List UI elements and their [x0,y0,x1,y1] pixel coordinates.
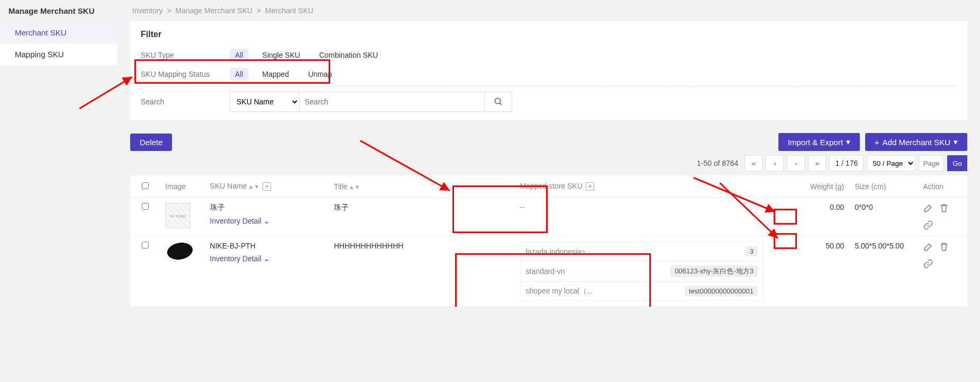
svg-point-0 [495,98,501,104]
mapped-cell: -- [515,198,769,236]
breadcrumb-item[interactable]: Inventory [130,6,165,15]
title-cell: 珠子 [329,198,515,236]
svg-line-1 [500,103,502,105]
search-field-select[interactable]: SKU Name [230,92,300,112]
weight-cell: 50.00 [769,236,849,307]
title-cell: HHHHHHHHHHHHH [329,236,515,307]
breadcrumb-item[interactable]: Manage Merchant SKU [174,6,255,15]
select-all-checkbox[interactable] [142,182,149,189]
sidebar: Manage Merchant SKU Merchant SKU Mapping… [0,0,117,65]
mapped-list: lazada indonesia~ 3 standard-vn 006123-x… [520,242,764,301]
filter-panel: Filter SKU Type All Single SKU Combinati… [130,21,967,120]
mapped-badge: 006123-xhy-灰白色-地方3 [670,265,758,277]
chevron-down-icon: ⌄ [264,217,270,225]
mapped-row: shopee my local（... test00000000000001 [521,282,763,300]
page-indicator: 1 / 176 [829,155,864,171]
filter-label: SKU Mapping Status [141,70,230,78]
sku-name: 珠子 [210,203,323,212]
per-page-select[interactable]: 50 / Page [867,155,915,171]
pagination: 1-50 of 8764 « ‹ › » 1 / 176 50 / Page G… [130,155,967,171]
col-sku-name[interactable]: SKU Name▲▼+ [205,175,329,198]
chip-mapping-mapped[interactable]: Mapped [257,68,295,81]
delete-icon[interactable] [939,242,949,252]
table-row: NIKE-BJ-PTH Inventory Detail ⌄ HHHHHHHHH… [130,236,967,307]
add-column-icon[interactable]: + [586,182,594,191]
weight-cell: 0.00 [769,198,849,236]
filter-label: SKU Type [141,51,230,59]
size-cell: 0*0*0 [849,198,918,236]
sidebar-item-merchant-sku[interactable]: Merchant SKU [0,22,117,43]
search-icon [494,97,503,106]
row-checkbox[interactable] [142,203,149,210]
plus-icon: + [875,138,879,147]
first-page-button[interactable]: « [745,155,763,171]
col-size: Size (cm) [849,175,918,198]
delete-button[interactable]: Delete [130,134,172,151]
product-image [164,239,196,263]
sidebar-title: Manage Merchant SKU [0,0,117,22]
mapped-row: lazada indonesia~ 3 [521,242,763,261]
search-input[interactable] [300,92,485,112]
page-input[interactable] [919,155,944,171]
mapped-row: standard-vn 006123-xhy-灰白色-地方3 [521,261,763,282]
row-checkbox[interactable] [142,242,149,248]
go-button[interactable]: Go [947,155,967,171]
store-name: shopee my local（... [526,287,593,296]
import-export-button[interactable]: Import & Export ▾ [778,133,860,151]
toolbar: Delete Import & Export ▾ + Add Merchant … [130,133,967,151]
search-button[interactable] [485,92,512,112]
sku-table: Image SKU Name▲▼+ Title▲▼ Mapped store S… [130,175,967,307]
col-weight: Weight (g) [769,175,849,198]
caret-down-icon: ▾ [846,137,850,147]
delete-icon[interactable] [939,203,949,214]
link-icon[interactable] [923,220,933,230]
sort-icon: ▲▼ [349,184,360,190]
inventory-detail-link[interactable]: Inventory Detail ⌄ [210,254,270,263]
chip-skutype-combo[interactable]: Combination SKU [314,49,383,61]
breadcrumb: Inventory > Manage Merchant SKU > Mercha… [130,0,980,21]
next-page-button[interactable]: › [787,155,805,171]
filter-title: Filter [141,30,957,39]
chip-mapping-unmap[interactable]: Unmap [303,68,337,81]
sku-name: NIKE-BJ-PTH [210,242,323,250]
add-merchant-sku-button[interactable]: + Add Merchant SKU ▾ [865,133,967,151]
last-page-button[interactable]: » [808,155,826,171]
chip-mapping-all[interactable]: All [230,68,249,81]
col-title[interactable]: Title▲▼ [329,175,515,198]
col-action: Action [918,175,967,198]
table-row: No Image 珠子 Inventory Detail ⌄ 珠子 -- 0.0… [130,198,967,236]
store-name: standard-vn [526,267,565,276]
filter-row-skutype: SKU Type All Single SKU Combination SKU [141,46,957,65]
edit-icon[interactable] [923,242,933,252]
breadcrumb-item: Merchant SKU [263,6,315,15]
chevron-down-icon: ⌄ [264,254,270,263]
caret-down-icon: ▾ [954,137,958,147]
col-image: Image [160,175,204,198]
sort-icon: ▲▼ [248,183,260,190]
edit-icon[interactable] [923,203,933,214]
filter-row-mapping: SKU Mapping Status All Mapped Unmap [141,65,957,86]
chip-skutype-single[interactable]: Single SKU [257,49,306,61]
mapped-badge: test00000000000001 [685,286,758,296]
link-icon[interactable] [923,259,933,269]
filter-label: Search [141,97,230,106]
size-cell: 5.00*5.00*5.00 [849,236,918,307]
add-column-icon[interactable]: + [262,182,271,191]
sidebar-item-mapping-sku[interactable]: Mapping SKU [0,43,117,65]
pagination-summary: 1-50 of 8764 [697,159,739,167]
prev-page-button[interactable]: ‹ [766,155,784,171]
chip-skutype-all[interactable]: All [230,49,249,61]
inventory-detail-link[interactable]: Inventory Detail ⌄ [210,217,270,225]
mapped-badge: 3 [746,246,758,256]
col-mapped: Mapped store SKU+ [515,175,769,198]
store-name: lazada indonesia~ [526,247,586,256]
filter-row-search: Search SKU Name [141,86,957,112]
no-image-placeholder: No Image [165,203,190,228]
